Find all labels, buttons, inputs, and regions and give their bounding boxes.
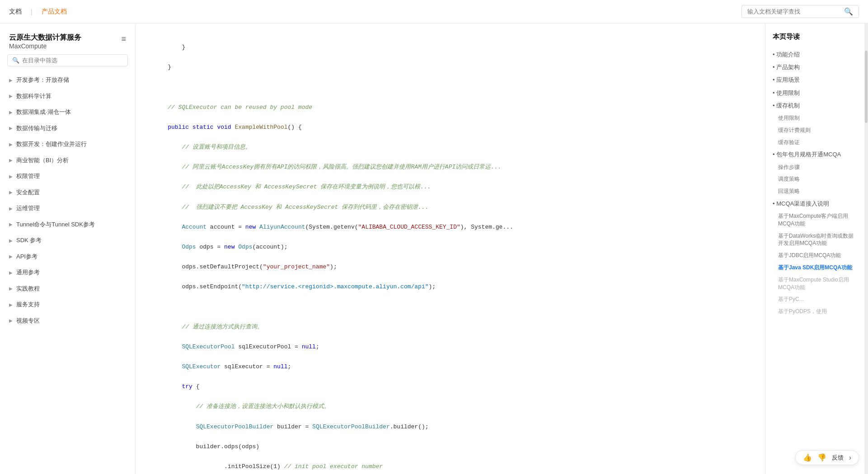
toc-item-package-mcqa[interactable]: • 包年包月规格开通MCQA bbox=[773, 148, 857, 161]
sidebar-item-permissions[interactable]: ▶ 权限管理 bbox=[0, 168, 135, 184]
arrow-icon: ▶ bbox=[9, 109, 13, 116]
sidebar-item-data-dev[interactable]: ▶ 数据开发：创建作业并运行 bbox=[0, 136, 135, 152]
sidebar-title: 云原生大数据计算服务 bbox=[9, 33, 81, 42]
sidebar-item-label: 权限管理 bbox=[16, 172, 126, 181]
sidebar-item-general[interactable]: ▶ 通用参考 bbox=[0, 264, 135, 281]
code-line: Odps odps = new Odps(account); bbox=[154, 242, 747, 252]
sidebar-item-data-lake[interactable]: ▶ 数据湖集成·湖仓一体 bbox=[0, 104, 135, 120]
code-line: odps.setDefaultProject("your_project_nam… bbox=[154, 262, 747, 272]
sidebar-item-label: 开发参考：开放存储 bbox=[16, 75, 126, 84]
code-line: Account account = new AliyunAccount(Syst… bbox=[154, 222, 747, 232]
code-line: // 准备连接池，设置连接池大小和默认执行模式。 bbox=[154, 402, 747, 412]
toc-subitem-cache-verify[interactable]: 缓存验证 bbox=[773, 136, 857, 149]
toc-subitem-dataworks[interactable]: 基于DataWorks临时查询或数据开发启用MCQA功能 bbox=[773, 230, 857, 250]
toc-subitem-maxcompute-client[interactable]: 基于MaxCompute客户端启用MCQA功能 bbox=[773, 210, 857, 230]
scrollbar[interactable] bbox=[864, 23, 868, 474]
sidebar-item-label: 商业智能（BI）分析 bbox=[16, 156, 126, 165]
right-toc: 本页导读 • 功能介绍 • 产品架构 • 应用场景 • 使用限制 • 缓存机制 … bbox=[765, 23, 864, 474]
nav-divider: | bbox=[31, 8, 33, 15]
toc-subitem-pyodps[interactable]: 基于PyODPS，使用 bbox=[773, 305, 857, 318]
code-line: builder.odps(odps) bbox=[154, 442, 747, 452]
content-area: } } // SQLExecutor can be reused by pool… bbox=[136, 23, 765, 474]
code-line: public static void ExampleWithPool() { bbox=[154, 122, 747, 132]
sidebar-search-input[interactable] bbox=[22, 57, 123, 64]
sidebar-item-tunnel[interactable]: ▶ Tunnel命令与Tunnel SDK参考 bbox=[0, 216, 135, 233]
sidebar-item-open-storage[interactable]: ▶ 开发参考：开放存储 bbox=[0, 72, 135, 88]
sidebar-item-label: 运维管理 bbox=[16, 204, 126, 213]
arrow-icon: ▶ bbox=[9, 253, 13, 260]
code-line: // 设置账号和项目信息。 bbox=[154, 142, 747, 152]
toc-title: 本页导读 bbox=[773, 33, 857, 41]
toc-subitem-schedule[interactable]: 调度策略 bbox=[773, 173, 857, 185]
toc-subitem-pyc[interactable]: 基于PyC... bbox=[773, 293, 857, 305]
toc-item-scenarios[interactable]: • 应用场景 bbox=[773, 74, 857, 86]
sidebar-item-label: 实践教程 bbox=[16, 284, 126, 293]
toc-subitem-maxcompute-studio[interactable]: 基于MaxCompute Studio启用MCQA功能 bbox=[773, 274, 857, 294]
nav-doc-label[interactable]: 文档 bbox=[9, 8, 22, 16]
code-block: } } // SQLExecutor can be reused by pool… bbox=[154, 33, 747, 474]
sidebar-item-label: SDK 参考 bbox=[16, 236, 126, 245]
sidebar-item-data-transfer[interactable]: ▶ 数据传输与迁移 bbox=[0, 120, 135, 136]
toc-item-architecture[interactable]: • 产品架构 bbox=[773, 61, 857, 74]
feedback-label[interactable]: 反馈 bbox=[832, 454, 844, 462]
thumbs-down-icon[interactable]: 👎 bbox=[817, 453, 826, 462]
arrow-icon: ▶ bbox=[9, 141, 13, 148]
toc-item-limits[interactable]: • 使用限制 bbox=[773, 87, 857, 99]
toc-subitem-cache-billing[interactable]: 缓存计费规则 bbox=[773, 124, 857, 136]
sidebar-item-api[interactable]: ▶ API参考 bbox=[0, 249, 135, 265]
sidebar-item-ops[interactable]: ▶ 运维管理 bbox=[0, 200, 135, 216]
sidebar-item-sdk[interactable]: ▶ SDK 参考 bbox=[0, 232, 135, 249]
sidebar-item-video[interactable]: ▶ 视频专区 bbox=[0, 313, 135, 329]
toc-subitem-use-limits[interactable]: 使用限制 bbox=[773, 112, 857, 124]
sidebar-item-bi[interactable]: ▶ 商业智能（BI）分析 bbox=[0, 152, 135, 169]
sidebar-item-security[interactable]: ▶ 安全配置 bbox=[0, 184, 135, 201]
arrow-icon: ▶ bbox=[9, 237, 13, 244]
search-icon[interactable]: 🔍 bbox=[844, 7, 853, 16]
arrow-icon: ▶ bbox=[9, 189, 13, 196]
arrow-icon: ▶ bbox=[9, 317, 13, 324]
arrow-icon: ▶ bbox=[9, 125, 13, 131]
toc-item-mcqa-channels[interactable]: • MCQA渠道接入说明 bbox=[773, 197, 857, 210]
nav-product-label[interactable]: 产品文档 bbox=[42, 8, 67, 16]
code-line: // 强烈建议不要把 AccessKey 和 AccessKeySecret 保… bbox=[154, 202, 747, 212]
sidebar-item-data-science[interactable]: ▶ 数据科学计算 bbox=[0, 88, 135, 104]
code-line: odps.setEndpoint("http://service.<region… bbox=[154, 282, 747, 292]
sidebar-item-label: 数据湖集成·湖仓一体 bbox=[16, 108, 126, 117]
toc-subitem-java-sdk[interactable]: 基于Java SDK启用MCQA功能 bbox=[773, 262, 857, 274]
toc-subitem-steps[interactable]: 操作步骤 bbox=[773, 161, 857, 174]
top-search-input[interactable] bbox=[747, 8, 840, 15]
arrow-icon: ▶ bbox=[9, 285, 13, 292]
sidebar-item-support[interactable]: ▶ 服务支持 bbox=[0, 296, 135, 313]
sidebar-item-practice[interactable]: ▶ 实践教程 bbox=[0, 281, 135, 297]
arrow-icon: ▶ bbox=[9, 301, 13, 308]
sidebar-item-label: 视频专区 bbox=[16, 316, 126, 325]
toc-subitem-fallback[interactable]: 回退策略 bbox=[773, 185, 857, 197]
top-search-box[interactable]: 🔍 bbox=[741, 5, 859, 18]
sidebar-header: 云原生大数据计算服务 MaxCompute ≡ bbox=[0, 23, 135, 54]
code-line bbox=[154, 302, 747, 312]
thumbs-up-icon[interactable]: 👍 bbox=[803, 453, 812, 462]
sidebar-search-box[interactable]: 🔍 bbox=[7, 54, 128, 66]
code-line: } bbox=[154, 42, 747, 52]
sidebar-item-label: 通用参考 bbox=[16, 268, 126, 277]
code-line: SQLExecutor sqlExecutor = null; bbox=[154, 362, 747, 372]
sidebar-item-label: 数据科学计算 bbox=[16, 92, 126, 101]
code-line: // 通过连接池方式执行查询。 bbox=[154, 322, 747, 332]
arrow-icon: ▶ bbox=[9, 77, 13, 84]
feedback-arrow-icon[interactable]: › bbox=[849, 454, 851, 462]
toc-subitem-jdbc[interactable]: 基于JDBC启用MCQA功能 bbox=[773, 249, 857, 262]
sidebar-menu-icon[interactable]: ≡ bbox=[121, 34, 126, 44]
code-line: SQLExecutorPoolBuilder builder = SQLExec… bbox=[154, 422, 747, 432]
sidebar-item-label: Tunnel命令与Tunnel SDK参考 bbox=[16, 220, 126, 229]
code-line bbox=[154, 82, 747, 92]
sidebar-item-label: 数据开发：创建作业并运行 bbox=[16, 140, 126, 149]
toc-item-cache[interactable]: • 缓存机制 bbox=[773, 99, 857, 112]
toc-item-features[interactable]: • 功能介绍 bbox=[773, 48, 857, 61]
code-line: } bbox=[154, 62, 747, 72]
sidebar: 云原生大数据计算服务 MaxCompute ≡ 🔍 ▶ 开发参考：开放存储 ▶ … bbox=[0, 23, 136, 474]
scrollbar-thumb[interactable] bbox=[865, 51, 868, 123]
sidebar-item-label: API参考 bbox=[16, 252, 126, 261]
arrow-icon: ▶ bbox=[9, 93, 13, 99]
arrow-icon: ▶ bbox=[9, 205, 13, 212]
feedback-bar: 👍 👎 反馈 › bbox=[795, 450, 859, 465]
